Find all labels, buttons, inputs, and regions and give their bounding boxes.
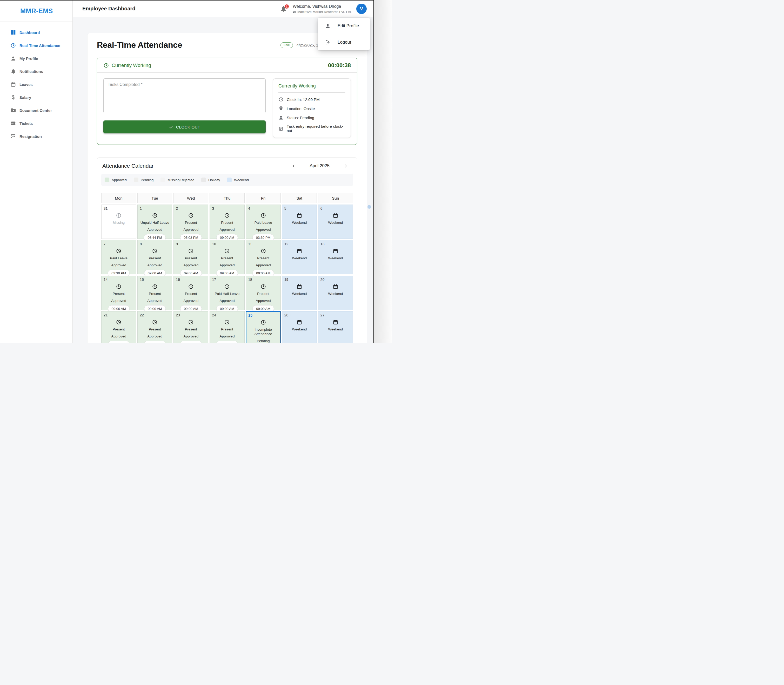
calendar-day-cell-24[interactable]: 24PresentApproved09:00 AM bbox=[210, 311, 244, 342]
day-status-text: Pending bbox=[255, 339, 272, 342]
calendar-day-cell-31[interactable]: 31Missing bbox=[101, 205, 136, 239]
clock-icon bbox=[116, 248, 122, 254]
calendar-icon bbox=[10, 81, 16, 87]
header-right-cluster: 1 Welcome, Vishwas Dhoga Maximize Market… bbox=[280, 0, 367, 17]
calendar-day-cell-7[interactable]: 7Paid LeaveApproved03:30 PM bbox=[101, 240, 136, 274]
clock-icon bbox=[224, 319, 230, 325]
sidebar-item-salary[interactable]: Salary bbox=[0, 91, 72, 104]
calendar-day-cell-2[interactable]: 2PresentApproved05:03 PM bbox=[174, 205, 208, 239]
calendar-day-cell-17[interactable]: 17Paid Half LeaveApproved09:00 AM bbox=[210, 276, 244, 310]
day-status-text: Approved bbox=[146, 263, 164, 267]
calendar-day-cell-14[interactable]: 14PresentApproved09:00 AM bbox=[101, 276, 136, 310]
bell-icon bbox=[10, 68, 16, 74]
sidebar-nav: DashboardReal-Time AttendanceMy ProfileN… bbox=[0, 26, 72, 143]
dollar-icon bbox=[10, 94, 16, 100]
sidebar-item-resignation[interactable]: Resignation bbox=[0, 130, 72, 143]
menu-item-logout[interactable]: Logout bbox=[318, 34, 370, 50]
clock-icon bbox=[188, 319, 194, 325]
calendar-day-cell-9[interactable]: 9PresentApproved09:00 AM bbox=[174, 240, 208, 274]
day-status-text: Approved bbox=[182, 263, 200, 267]
legend-item-approved: Approved bbox=[105, 177, 127, 182]
calendar-day-cell-23[interactable]: 23PresentApproved09:00 AM bbox=[174, 311, 208, 342]
chevron-left-icon bbox=[291, 164, 296, 168]
attendance-card: Real-Time Attendance Live 4/25/2025, 12:… bbox=[88, 33, 367, 342]
calendar-day-cell-27[interactable]: 27Weekend bbox=[318, 311, 353, 342]
tasks-completed-input[interactable] bbox=[103, 78, 266, 113]
sidebar-item-my-profile[interactable]: My Profile bbox=[0, 52, 72, 65]
legend-item-weekend: Weekend bbox=[227, 177, 249, 182]
sidebar-item-notifications[interactable]: Notifications bbox=[0, 65, 72, 78]
sidebar-item-tickets[interactable]: Tickets bbox=[0, 117, 72, 130]
alert-icon bbox=[116, 213, 122, 218]
calendar-day-cell-6[interactable]: 6Weekend bbox=[318, 205, 353, 239]
avatar[interactable]: V bbox=[356, 4, 367, 14]
calendar-day-cell-16[interactable]: 16PresentApproved09:00 AM bbox=[174, 276, 208, 310]
calendar-day-cell-25[interactable]: 25Incomplete AttendancePending12:09 PM bbox=[246, 311, 281, 342]
day-number: 25 bbox=[249, 313, 253, 317]
calendar-day-cell-4[interactable]: 4Paid LeaveApproved03:30 PM bbox=[246, 205, 281, 239]
profile-dropdown-menu: Edit ProfileLogout bbox=[318, 18, 370, 50]
day-status-text: Present bbox=[147, 292, 163, 296]
calendar-day-cell-22[interactable]: 22PresentApproved09:00 AM bbox=[137, 311, 172, 342]
prev-month-button[interactable] bbox=[290, 162, 297, 169]
clock-out-button[interactable]: CLOCK OUT bbox=[103, 120, 266, 133]
calendar-day-cell-26[interactable]: 26Weekend bbox=[282, 311, 317, 342]
calendar-day-cell-18[interactable]: 18PresentApproved09:00 AM bbox=[246, 276, 281, 310]
notifications-bell-button[interactable]: 1 bbox=[280, 5, 287, 12]
day-status-text: Approved bbox=[254, 227, 272, 232]
calendar-day-cell-10[interactable]: 10PresentApproved09:00 AM bbox=[210, 240, 244, 274]
sidebar-item-leaves[interactable]: Leaves bbox=[0, 78, 72, 91]
day-status-text: Approved bbox=[218, 299, 236, 303]
calendar-icon bbox=[296, 248, 302, 254]
calendar-day-cell-21[interactable]: 21PresentApproved09:00 AM bbox=[101, 311, 136, 342]
info-card-title: Currently Working bbox=[278, 83, 345, 89]
calendar-day-cell-1[interactable]: 1Unpaid Half LeaveApproved06:44 PM bbox=[137, 205, 172, 239]
calendar-day-cell-5[interactable]: 5Weekend bbox=[282, 205, 317, 239]
day-number: 1 bbox=[140, 206, 142, 211]
day-status-text: Missing bbox=[111, 221, 126, 225]
clock-icon bbox=[188, 284, 194, 289]
weekday-header-tue: Tue bbox=[137, 193, 172, 203]
weekday-header-sun: Sun bbox=[318, 193, 353, 203]
sidebar-item-label: Notifications bbox=[20, 69, 43, 74]
clock-in-time-pill: 09:00 AM bbox=[180, 341, 202, 342]
menu-item-edit-profile[interactable]: Edit Profile bbox=[318, 18, 370, 34]
clock-icon bbox=[260, 284, 266, 289]
calendar-icon bbox=[333, 319, 338, 325]
weekday-header-sat: Sat bbox=[282, 193, 317, 203]
live-badge: Live bbox=[280, 42, 293, 48]
calendar-day-cell-12[interactable]: 12Weekend bbox=[282, 240, 317, 274]
calendar-day-cell-3[interactable]: 3PresentApproved09:00 AM bbox=[210, 205, 244, 239]
calendar-day-cell-19[interactable]: 19Weekend bbox=[282, 276, 317, 310]
calendar-month-label: April 2025 bbox=[309, 163, 330, 169]
app-logo[interactable]: MMR-EMS bbox=[20, 7, 53, 15]
clock-icon bbox=[224, 213, 230, 218]
day-status-text: Approved bbox=[254, 263, 272, 267]
working-info-card: Currently Working Clock In: 12:09 PMLoca… bbox=[273, 78, 351, 138]
sidebar-item-dashboard[interactable]: Dashboard bbox=[0, 26, 72, 39]
calendar-day-cell-15[interactable]: 15PresentApproved09:00 AM bbox=[137, 276, 172, 310]
task-icon bbox=[278, 126, 284, 131]
day-status-text: Paid Half Leave bbox=[213, 292, 241, 296]
sidebar-item-real-time-attendance[interactable]: Real-Time Attendance bbox=[0, 39, 72, 52]
folder-star-icon bbox=[10, 107, 16, 113]
calendar-day-cell-13[interactable]: 13Weekend bbox=[318, 240, 353, 274]
day-status-text: Paid Leave bbox=[253, 221, 274, 225]
exit-icon bbox=[10, 133, 16, 139]
calendar-day-cell-8[interactable]: 8PresentApproved09:00 AM bbox=[137, 240, 172, 274]
day-number: 3 bbox=[212, 206, 214, 211]
clock-icon bbox=[188, 213, 194, 218]
day-status-text: Weekend bbox=[327, 327, 345, 331]
clock-in-time-pill: 09:00 AM bbox=[216, 341, 238, 342]
day-number: 22 bbox=[140, 313, 144, 317]
person-icon bbox=[278, 115, 284, 120]
day-number: 13 bbox=[320, 242, 325, 246]
panel-title: Currently Working bbox=[112, 63, 151, 68]
info-row-text: Clock In: 12:09 PM bbox=[287, 97, 320, 102]
legend-label: Holiday bbox=[208, 178, 220, 182]
day-status-text: Unpaid Half Leave bbox=[139, 221, 171, 225]
sidebar-item-document-center[interactable]: Document Center bbox=[0, 104, 72, 117]
calendar-day-cell-20[interactable]: 20Weekend bbox=[318, 276, 353, 310]
calendar-day-cell-11[interactable]: 11PresentApproved09:00 AM bbox=[246, 240, 281, 274]
next-month-button[interactable] bbox=[342, 162, 349, 169]
